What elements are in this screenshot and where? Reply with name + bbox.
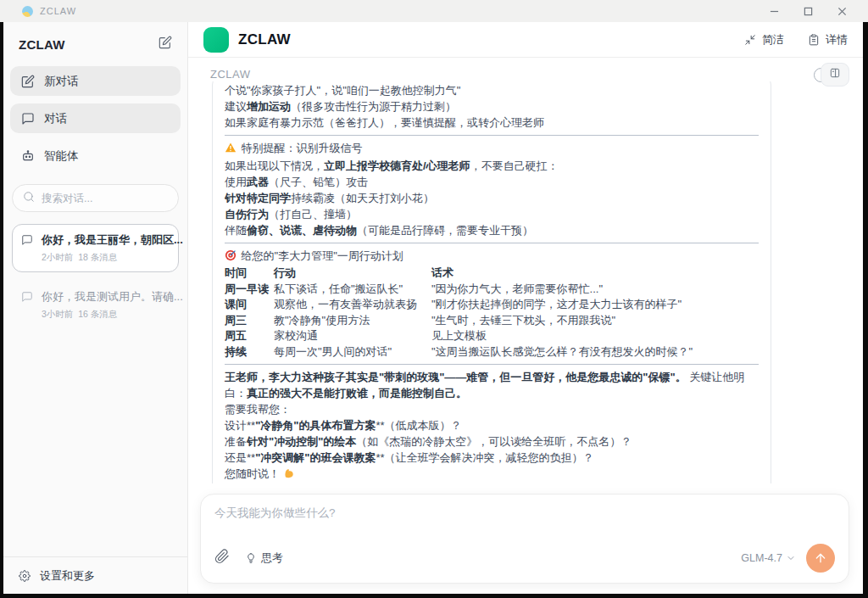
chat-bubble-icon [21,291,33,321]
message-divider [225,135,759,136]
action-plan-table: 时间行动话术周一早读私下谈话，任命"搬运队长""因为你力气大，老师需要你帮忙..… [225,265,759,360]
conversation-title: 你好，我是测试用户。请确... [42,289,183,305]
message-input[interactable] [214,506,835,519]
chat-bubble-icon [21,234,33,264]
app-window: ZCLAW 新对话对话智能体 你好，我是王丽华，朝阳区...2小时前 18 条消… [3,22,863,594]
chat-bubble-icon [21,112,35,126]
message-divider [225,243,759,243]
target-emoji-icon [225,249,236,265]
attach-button[interactable] [214,549,230,567]
thinking-toggle[interactable]: 思考 [245,550,283,566]
sidebar-item-label: 智能体 [44,148,79,164]
conversation-list: 你好，我是王丽华，朝阳区...2小时前 18 条消息你好，我是测试用户。请确..… [12,224,179,329]
message-line: 准备针对"冲动控制"的绘本（如《杰瑞的冷静太空》，可以读给全班听，不点名）？ [225,433,759,450]
message-line: 特别提醒：识别升级信号 [225,140,759,158]
sidebar-nav: 新对话对话智能体 [3,61,187,170]
conversation-item[interactable]: 你好，我是王丽华，朝阳区...2小时前 18 条消息 [12,224,179,272]
table-row: 周一早读私下谈话，任命"搬运队长""因为你力气大，老师需要你帮忙..." [225,282,759,298]
compose-icon[interactable] [159,36,172,53]
compose-icon [21,75,35,88]
chevron-down-icon [786,553,796,563]
message-line: 您随时说！ [225,466,759,483]
message-line: 设计**"冷静角"的具体布置方案**（低成本版）？ [225,417,759,433]
details-button[interactable]: 详情 [808,32,848,48]
message-line: 给您的"李大力管理"一周行动计划 [225,248,759,265]
table-row: 持续每周一次"男人间的对话""这周当搬运队长感觉怎么样？有没有想发火的时候？" [225,344,759,360]
table-header-row: 时间行动话术 [225,265,759,282]
maximize-icon[interactable] [802,5,814,17]
message-line: 王老师，李大力这种孩子其实是"带刺的玫瑰"——难管，但一旦管好，他是您最忠诚的"… [225,369,759,401]
paperclip-icon [214,549,230,567]
settings-and-more-button[interactable]: 设置和更多 [3,556,187,594]
conversation-meta: 2小时前 18 条消息 [42,252,183,264]
compact-mode-button[interactable]: 简洁 [744,32,784,48]
lightbulb-icon [245,552,257,564]
chat-subheader: ZCLAW [188,58,863,81]
sidebar-item-agents[interactable]: 智能体 [10,141,181,170]
robot-icon [21,149,35,163]
chat-scroll-area[interactable]: 个说"你家孩子打人"，说"咱们一起教他控制力气"建议增加运动（很多攻击性行为源于… [188,81,863,483]
window-title: ZCLAW [40,6,76,16]
search-box[interactable] [12,184,179,212]
message-divider [225,364,759,365]
sidebar-title: ZCLAW [19,37,65,52]
composer: 思考 GLM-4.7 [200,494,849,584]
message-line: 自伤行为（打自己、撞墙） [225,206,759,222]
message-line: 如果家庭有暴力示范（爸爸打人），要谨慎提醒，或转介心理老师 [225,115,759,131]
brand-logo-icon [203,27,229,53]
model-name: GLM-4.7 [741,552,782,564]
details-label: 详情 [826,32,848,48]
message-line: 建议增加运动（很多攻击性行为源于精力过剩） [225,98,759,115]
send-button[interactable] [806,544,835,573]
table-row: 课间观察他，一有友善举动就表扬"刚才你扶起摔倒的同学，这才是大力士该有的样子" [225,297,759,313]
side-panel-toggle-button[interactable] [821,63,849,87]
compact-mode-label: 简洁 [762,32,784,48]
search-icon [23,191,35,206]
message-line: 针对特定同学持续霸凌（如天天打刘小花） [225,190,759,206]
conversation-item[interactable]: 你好，我是测试用户。请确...3小时前 16 条消息 [12,281,179,329]
main-area: ZCLAW 简洁 详情 ZCLAW 个说"你 [188,22,863,594]
assistant-message: 个说"你家孩子打人"，说"咱们一起教他控制力气"建议增加运动（很多攻击性行为源于… [212,81,771,483]
search-input[interactable] [42,193,152,204]
brand-title: ZCLAW [238,31,291,48]
panel-icon [829,67,841,82]
collapse-icon [744,34,756,46]
warning-emoji-icon [225,142,236,158]
settings-label: 设置和更多 [40,568,95,584]
message-line: 使用武器（尺子、铅笔）攻击 [225,174,759,190]
conversation-meta: 3小时前 16 条消息 [42,309,183,321]
biceps-emoji-icon [283,467,295,483]
gear-icon [19,570,31,582]
sidebar-item-label: 对话 [44,111,67,126]
table-row: 周三教"冷静角"使用方法"生气时，去锤三下枕头，不用跟我说" [225,313,759,329]
sidebar-item-new-chat[interactable]: 新对话 [10,66,181,96]
window-titlebar: ZCLAW [0,0,868,22]
message-line: 个说"你家孩子打人"，说"咱们一起教他控制力气" [225,82,759,98]
message-line: 需要我帮您： [225,401,759,417]
clipboard-icon [808,34,820,46]
sidebar-item-label: 新对话 [44,74,79,89]
table-row: 周五家校沟通见上文模板 [225,328,759,344]
thinking-label: 思考 [261,550,283,566]
message-line: 还是**"冲突调解"的班会课教案**（让全班学会解决冲突，减轻您的负担）？ [225,450,759,466]
message-line: 伴随偷窃、说谎、虐待动物（可能是品行障碍，需要专业干预） [225,222,759,238]
minimize-icon[interactable] [768,5,780,17]
sidebar-item-chats[interactable]: 对话 [10,103,181,133]
close-icon[interactable] [836,5,848,17]
conversation-title: 你好，我是王丽华，朝阳区... [42,232,183,248]
message-line: 如果出现以下情况，立即上报学校德育处/心理老师，不要自己硬扛： [225,158,759,174]
chat-title: ZCLAW [210,68,251,81]
sidebar: ZCLAW 新对话对话智能体 你好，我是王丽华，朝阳区...2小时前 18 条消… [3,22,188,594]
main-header: ZCLAW 简洁 详情 [188,22,863,58]
model-selector[interactable]: GLM-4.7 [741,552,796,564]
app-logo-icon [22,6,33,17]
